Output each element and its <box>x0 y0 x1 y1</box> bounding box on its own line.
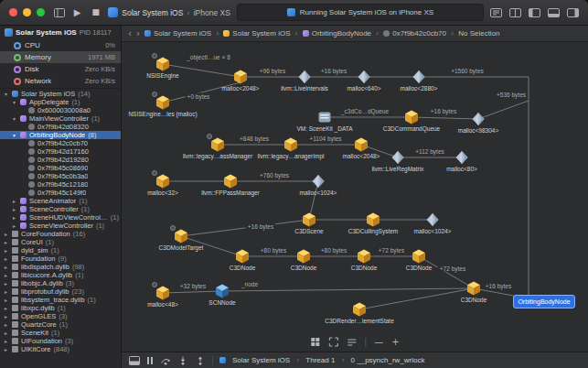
step-into-icon[interactable] <box>177 356 188 365</box>
disclosure-closed-icon[interactable]: ▸ <box>3 346 9 352</box>
tree-item[interactable]: ▸SceneKit(1) <box>0 329 121 337</box>
pause-icon[interactable] <box>146 356 154 365</box>
graph-node-cube[interactable] <box>209 136 226 153</box>
step-out-icon[interactable] <box>195 356 206 365</box>
graph-node-diamond[interactable] <box>310 173 326 189</box>
back-button[interactable]: ‹ <box>128 29 132 38</box>
scheme-selector[interactable]: Solar System iOS › iPhone XS <box>108 7 230 17</box>
breadcrumb-item[interactable]: OrbitingBodyNode <box>303 29 371 38</box>
tree-item[interactable]: ▸CoreUI(1) <box>0 238 121 246</box>
graph-node-cube[interactable] <box>155 94 171 111</box>
minimize-window-button[interactable] <box>23 8 31 16</box>
disclosure-closed-icon[interactable]: ▸ <box>3 247 9 254</box>
tree-item[interactable]: ▸SceneController(1) <box>0 205 121 213</box>
disclosure-closed-icon[interactable]: ▸ <box>11 206 17 212</box>
step-over-icon[interactable] <box>160 356 171 365</box>
tree-item[interactable]: ▸libxpc.dylib(1) <box>0 304 121 312</box>
breadcrumb-item[interactable]: 0x7f9b42c0cb70 <box>383 29 446 38</box>
graph-node-vm[interactable] <box>316 109 333 125</box>
graph-node-cube[interactable] <box>403 109 420 125</box>
disclosure-closed-icon[interactable]: ▸ <box>3 330 9 336</box>
breadcrumb-item[interactable]: Solar System iOS <box>144 29 211 38</box>
tree-item[interactable]: 0x7f9b45c12180 <box>0 180 121 189</box>
tree-item[interactable]: ▸Foundation(9) <box>0 254 121 263</box>
tree-item[interactable]: 0x7f9b45c08690 <box>0 164 121 172</box>
tree-item[interactable]: ▸UIKitCore(848) <box>0 345 121 353</box>
breadcrumb-item[interactable]: Solar System iOS <box>223 29 290 38</box>
stop-button[interactable]: ■ <box>90 5 102 20</box>
disclosure-closed-icon[interactable]: ▸ <box>3 313 9 319</box>
graph-node-cube[interactable] <box>465 280 482 297</box>
gauge-row-cpu[interactable]: CPU0% <box>0 39 121 51</box>
tree-item[interactable]: ▸libdispatch.dylib(98) <box>0 263 121 271</box>
graph-node-cube[interactable] <box>173 228 189 244</box>
debug-thread[interactable]: Thread 1 <box>305 356 335 364</box>
debug-app-name[interactable]: Solar System iOS <box>232 356 290 364</box>
disclosure-open-icon[interactable]: ▾ <box>11 99 17 105</box>
tree-item[interactable]: ▸libobjc.A.dylib(3) <box>0 279 121 287</box>
tree-item[interactable]: 0x7f9b42d19280 <box>0 156 121 164</box>
graph-node-diamond[interactable] <box>470 111 486 127</box>
tree-item[interactable]: ▾OrbitingBodyNode(8) <box>0 131 121 139</box>
hide-navigator-icon[interactable] <box>529 8 540 17</box>
window-layout-icon[interactable] <box>53 5 65 20</box>
graph-node-diamond[interactable] <box>390 149 406 166</box>
tree-item[interactable]: ▸CoreFoundation(16) <box>0 230 121 238</box>
breadcrumb-item[interactable]: No Selection <box>458 29 499 38</box>
disclosure-closed-icon[interactable]: ▸ <box>11 222 17 229</box>
graph-node-cube[interactable] <box>295 248 312 265</box>
graph-node-diamond[interactable] <box>296 69 313 85</box>
disclosure-open-icon[interactable]: ▾ <box>11 115 17 122</box>
graph-node-cube[interactable] <box>155 285 171 301</box>
tree-item[interactable]: ▾Solar System iOS(14) <box>0 90 121 98</box>
tree-item[interactable]: ▸dyld_sim(1) <box>0 246 121 254</box>
fullscreen-window-button[interactable] <box>37 8 45 16</box>
disclosure-closed-icon[interactable]: ▸ <box>3 305 9 311</box>
graph-node-diamond[interactable] <box>454 149 470 166</box>
disclosure-closed-icon[interactable]: ▸ <box>3 297 9 303</box>
graph-node-cube[interactable] <box>234 248 251 265</box>
tree-item[interactable]: ▸SceneHUDViewController(1) <box>0 213 121 222</box>
graph-node-cube[interactable] <box>353 136 369 153</box>
tree-item[interactable]: ▾MainViewController(1) <box>0 114 121 123</box>
graph-node-cube[interactable] <box>222 173 239 189</box>
graph-node-cube[interactable] <box>232 69 249 85</box>
disclosure-open-icon[interactable]: ▾ <box>11 132 17 138</box>
gauge-row-memory[interactable]: Memory1971 MB <box>0 51 121 63</box>
graph-node-cube[interactable] <box>351 301 368 318</box>
disclosure-closed-icon[interactable]: ▸ <box>3 321 9 328</box>
tree-item[interactable]: ▸OpenGLES(3) <box>0 312 121 320</box>
disclosure-closed-icon[interactable]: ▸ <box>3 231 9 237</box>
tree-item[interactable]: ▸QuartzCore(1) <box>0 320 121 329</box>
disclosure-closed-icon[interactable]: ▸ <box>11 214 17 221</box>
tree-item[interactable]: ▸libprotobuf.dylib(23) <box>0 287 121 296</box>
tree-item[interactable]: 0x7f9b42d08320 <box>0 123 121 131</box>
gauge-row-disk[interactable]: DiskZero KB/s <box>0 63 121 75</box>
tree-item[interactable]: ▸UIFoundation(3) <box>0 337 121 345</box>
disclosure-closed-icon[interactable]: ▸ <box>11 198 17 204</box>
tree-item[interactable]: ▸SceneViewController(1) <box>0 222 121 230</box>
graph-node-cube[interactable] <box>365 211 381 228</box>
expand-graph-icon[interactable] <box>328 337 338 347</box>
graph-node-diamond[interactable] <box>424 211 441 228</box>
disclosure-closed-icon[interactable]: ▸ <box>3 338 9 344</box>
tree-item[interactable]: 0x7f9b45c0b3a0 <box>0 172 121 180</box>
graph-orientation-icon[interactable] <box>310 337 320 347</box>
tree-item[interactable]: ▸libicucore.A.dylib(1) <box>0 271 121 279</box>
tree-item[interactable]: ▸SceneAnimator(1) <box>0 197 121 205</box>
zoom-in-button[interactable]: + <box>391 338 399 347</box>
tree-item[interactable]: ▸libsystem_trace.dylib(1) <box>0 296 121 304</box>
standard-editor-icon[interactable] <box>490 8 502 17</box>
run-button[interactable]: ▶ <box>71 5 83 20</box>
disclosure-closed-icon[interactable]: ▸ <box>3 280 9 287</box>
debug-frame[interactable]: 0 __psynch_rw_wrlock <box>351 356 425 364</box>
tree-item[interactable]: 0x7f9b42c0cb70 <box>0 139 121 147</box>
graph-node-cube[interactable] <box>411 248 427 265</box>
tree-item[interactable]: 0x6000030008a0 <box>0 106 121 114</box>
disclosure-closed-icon[interactable]: ▸ <box>3 239 9 245</box>
disclosure-closed-icon[interactable]: ▸ <box>3 264 9 270</box>
graph-node-diamond[interactable] <box>356 69 372 85</box>
hide-inspector-icon[interactable] <box>567 8 579 17</box>
graph-node-selected[interactable]: OrbitingBodyNode <box>513 295 575 308</box>
compress-graph-icon[interactable] <box>347 337 357 347</box>
